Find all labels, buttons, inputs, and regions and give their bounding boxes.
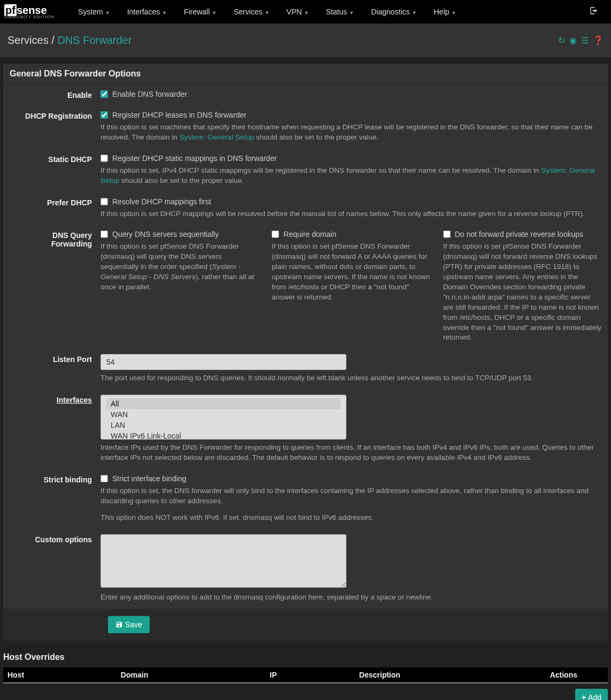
add-host-button[interactable]: + Add [575, 689, 608, 700]
host-overrides-panel: Host Overrides Host Domain IP Descriptio… [3, 647, 608, 700]
nav-status[interactable]: Status▼ [318, 1, 363, 22]
col-actions: Actions [550, 671, 604, 679]
custom-options-textarea[interactable] [100, 534, 346, 588]
save-button[interactable]: Save [108, 616, 150, 633]
nav-firewall[interactable]: Firewall▼ [175, 1, 225, 22]
nav-menu: System▼ Interfaces▼ Firewall▼ Services▼ … [69, 1, 581, 22]
help-icon[interactable]: ❓ [593, 35, 604, 45]
stop-icon[interactable]: ◉ [569, 35, 577, 45]
static-dhcp-label: Static DHCP [10, 154, 100, 186]
enable-checkbox[interactable] [100, 90, 108, 98]
require-domain-checkbox[interactable] [272, 230, 279, 238]
custom-help: Enter any additional options to add to t… [100, 593, 601, 603]
prefer-dhcp-checkbox[interactable] [100, 198, 108, 205]
static-dhcp-help: If this option is set, IPv4 DHCP static … [100, 166, 601, 186]
prefer-dhcp-help: If this option is set DHCP mappings will… [100, 209, 601, 219]
require-domain-label: Require domain [283, 230, 336, 239]
panel-title: General DNS Forwarder Options [3, 64, 608, 84]
no-private-rev-label: Do not forward private reverse lookups [455, 230, 583, 239]
general-options-panel: General DNS Forwarder Options Enable Ena… [3, 64, 608, 641]
nav-interfaces[interactable]: Interfaces▼ [119, 1, 175, 22]
dhcp-reg-check-label: Register DHCP leases in DNS forwarder [112, 111, 246, 119]
interface-opt-lan[interactable]: LAN [106, 420, 341, 430]
save-icon [115, 621, 123, 628]
query-seq-help: If this option is set pfSense DNS Forwar… [100, 242, 259, 292]
dhcp-reg-label: DHCP Registration [10, 111, 100, 143]
breadcrumb-parent[interactable]: Services [7, 34, 49, 46]
host-overrides-title: Host Overrides [3, 647, 608, 667]
custom-label: Custom options [10, 534, 100, 603]
host-overrides-header: Host Domain IP Description Actions [3, 667, 608, 683]
strict-help-1: If this option is set, the DNS forwarder… [100, 486, 601, 506]
prefer-dhcp-label: Prefer DHCP [10, 197, 100, 219]
list-icon[interactable]: ☰ [581, 35, 589, 45]
nav-services[interactable]: Services▼ [225, 1, 278, 22]
nav-system[interactable]: System▼ [69, 1, 119, 22]
static-dhcp-check-label: Register DHCP static mappings in DNS for… [112, 154, 277, 163]
col-domain: Domain [121, 671, 270, 679]
strict-checkbox[interactable] [100, 475, 108, 482]
refresh-icon[interactable]: ↻ [558, 35, 565, 45]
interfaces-select[interactable]: All WAN LAN WAN IPv6 Link-Local [100, 395, 346, 440]
breadcrumb: Services / DNS Forwarder [7, 34, 558, 47]
query-fwd-label: DNS Query Forwarding [10, 230, 100, 343]
navbar: pfsense ommunity Edition System▼ Interfa… [0, 0, 611, 24]
nav-diagnostics[interactable]: Diagnostics▼ [362, 1, 425, 22]
col-host: Host [7, 671, 121, 679]
strict-label: Strict binding [10, 474, 100, 523]
query-seq-label: Query DNS servers sequentially [112, 230, 219, 239]
strict-check-label: Strict interface binding [112, 474, 187, 483]
breadcrumb-current: DNS Forwarder [57, 34, 132, 46]
listen-port-help: The port used for responding to DNS quer… [100, 373, 601, 383]
query-seq-checkbox[interactable] [100, 230, 108, 238]
no-private-rev-help: If this option is set pfSense DNS Forwar… [443, 242, 601, 343]
interface-opt-all[interactable]: All [106, 398, 341, 409]
breadcrumb-sep: / [51, 34, 55, 46]
static-dhcp-checkbox[interactable] [100, 155, 108, 162]
listen-port-label: Listen Port [10, 354, 100, 383]
action-icons: ↻ ◉ ☰ ❓ [558, 35, 604, 45]
interfaces-help: Interface IPs used by the DNS Forwarder … [100, 443, 601, 463]
require-domain-help: If this option is set pfSense DNS Forwar… [272, 242, 430, 302]
interface-opt-wan6[interactable]: WAN IPv6 Link-Local [106, 430, 341, 440]
nav-help[interactable]: Help▼ [426, 1, 465, 22]
plus-icon: + [582, 693, 586, 700]
dhcp-reg-checkbox[interactable] [100, 111, 108, 119]
listen-port-input[interactable] [100, 354, 346, 370]
strict-help-2: This option does NOT work with IPv6. If … [100, 513, 601, 523]
general-setup-link[interactable]: System: General Setup [180, 133, 254, 141]
col-description: Description [359, 671, 550, 679]
nav-vpn[interactable]: VPN▼ [278, 1, 318, 22]
logo-edition: ommunity Edition [4, 14, 55, 19]
col-ip: IP [270, 671, 359, 679]
breadcrumb-bar: Services / DNS Forwarder ↻ ◉ ☰ ❓ [0, 24, 611, 57]
no-private-rev-checkbox[interactable] [443, 230, 451, 238]
enable-label: Enable [10, 90, 100, 99]
dhcp-reg-help: If this option is set machines that spec… [100, 122, 601, 143]
interface-opt-wan[interactable]: WAN [106, 409, 341, 420]
enable-check-label: Enable DNS forwarder [112, 90, 187, 98]
interfaces-label: Interfaces [10, 395, 100, 463]
logout-icon[interactable] [581, 6, 607, 17]
prefer-dhcp-check-label: Resolve DHCP mappings first [112, 197, 211, 206]
logo[interactable]: pfsense ommunity Edition [4, 5, 55, 19]
